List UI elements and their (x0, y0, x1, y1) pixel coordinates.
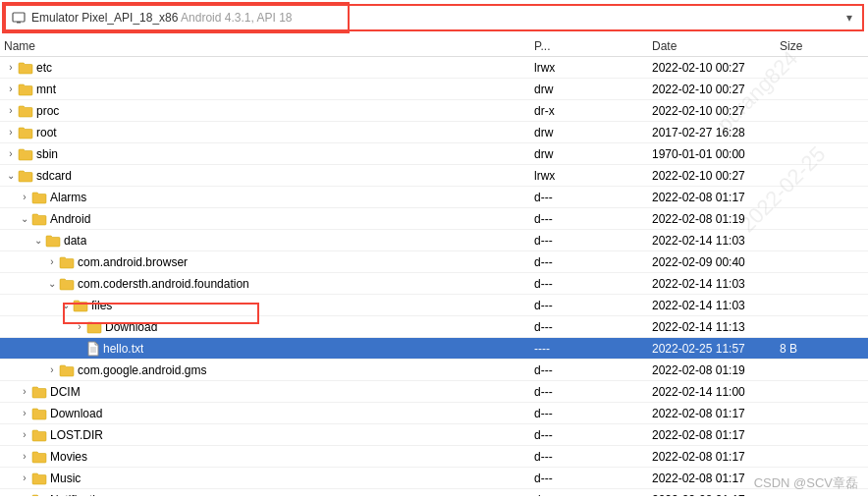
file-name: root (36, 126, 57, 139)
date-cell: 2022-02-14 11:00 (648, 385, 776, 399)
tree-row[interactable]: › Downloadd---2022-02-08 01:17 (0, 403, 868, 424)
expand-icon[interactable]: › (18, 472, 31, 483)
name-cell: › Alarms (0, 191, 530, 204)
expand-icon[interactable]: › (18, 494, 31, 496)
name-cell: ⌄ files (0, 299, 530, 312)
tree-row[interactable]: › etclrwx2022-02-10 00:27 (0, 57, 868, 79)
date-cell: 2022-02-14 11:03 (648, 234, 776, 248)
tree-row[interactable]: › procdr-x2022-02-10 00:27 (0, 100, 868, 122)
permissions-cell: d--- (530, 299, 648, 312)
permissions-cell: lrwx (530, 169, 648, 183)
name-cell: › mnt (0, 83, 530, 96)
expand-icon[interactable]: › (4, 62, 18, 73)
expand-icon[interactable]: ⌄ (4, 170, 18, 181)
folder-icon (73, 299, 88, 312)
date-cell: 2022-02-08 01:17 (648, 493, 776, 497)
folder-icon (18, 147, 33, 161)
file-name: Download (105, 320, 157, 334)
expand-icon[interactable]: ⌄ (18, 213, 31, 224)
tree-row[interactable]: › rootdrw2017-02-27 16:28 (0, 122, 868, 143)
permissions-cell: lrwx (530, 61, 648, 75)
date-cell: 2022-02-14 11:03 (648, 299, 776, 312)
name-cell: › etc (0, 61, 530, 75)
expand-icon[interactable]: › (4, 105, 18, 116)
file-name: etc (36, 61, 52, 75)
file-name: Download (50, 407, 102, 420)
tree-row[interactable]: ⌄ com.codersth.android.foundationd---202… (0, 273, 868, 295)
expand-icon[interactable]: › (18, 386, 31, 397)
date-cell: 2022-02-08 01:17 (648, 450, 776, 464)
tree-row[interactable]: › sbindrw1970-01-01 00:00 (0, 143, 868, 165)
permissions-cell: d--- (530, 493, 648, 497)
tree-row[interactable]: › mntdrw2022-02-10 00:27 (0, 79, 868, 100)
tree-row[interactable]: hello.txt----2022-02-25 11:578 B (0, 338, 868, 360)
file-icon (86, 341, 100, 357)
tree-row[interactable]: › Downloadd---2022-02-14 11:13 (0, 316, 868, 338)
svg-rect-0 (13, 13, 25, 22)
tree-row[interactable]: › Alarmsd---2022-02-08 01:17 (0, 187, 868, 208)
expand-icon[interactable]: › (4, 127, 18, 138)
col-size: Size (776, 39, 854, 53)
date-cell: 2022-02-08 01:17 (648, 428, 776, 442)
permissions-cell: d--- (530, 450, 648, 464)
tree-row[interactable]: › com.android.browserd---2022-02-09 00:4… (0, 251, 868, 273)
expand-icon[interactable]: ⌄ (45, 278, 59, 289)
date-cell: 2022-02-08 01:17 (648, 407, 776, 420)
tree-row[interactable]: › DCIMd---2022-02-14 11:00 (0, 381, 868, 403)
name-cell: › Download (0, 407, 530, 420)
tree-row[interactable]: › Moviesd---2022-02-08 01:17 (0, 446, 868, 468)
permissions-cell: d--- (530, 320, 648, 334)
date-cell: 2022-02-14 11:03 (648, 277, 776, 291)
file-name: Notifications (50, 493, 114, 497)
expand-icon[interactable]: › (18, 429, 31, 440)
col-date: Date (648, 39, 776, 53)
size-cell: 8 B (776, 342, 854, 356)
file-name: DCIM (50, 385, 81, 399)
name-cell: › sbin (0, 147, 530, 161)
tree-row[interactable]: ⌄ filesd---2022-02-14 11:03 (0, 295, 868, 316)
expand-icon[interactable]: › (18, 408, 31, 418)
expand-icon[interactable]: ⌄ (31, 235, 45, 246)
file-name: Music (50, 472, 81, 485)
file-name: LOST.DIR (50, 428, 103, 442)
name-cell: ⌄ data (0, 234, 530, 248)
permissions-cell: d--- (530, 234, 648, 248)
tree-row[interactable]: ⌄ datad---2022-02-14 11:03 (0, 230, 868, 251)
expand-icon[interactable]: › (73, 321, 86, 332)
folder-icon (59, 255, 75, 269)
dropdown-button[interactable]: ▾ (842, 11, 856, 25)
file-name: files (91, 299, 112, 312)
tree-row[interactable]: › com.google.android.gmsd---2022-02-08 0… (0, 360, 868, 381)
tree-row[interactable]: › Musicd---2022-02-08 01:17 (0, 468, 868, 489)
expand-icon[interactable]: › (4, 83, 18, 94)
name-cell: › proc (0, 104, 530, 118)
permissions-cell: drw (530, 83, 648, 96)
tree-row[interactable]: › Notificationsd---2022-02-08 01:17 (0, 489, 868, 496)
expand-icon[interactable]: › (45, 256, 59, 267)
permissions-cell: d--- (530, 363, 648, 377)
emulator-selector[interactable]: Emulator Pixel_API_18_x86 Android 4.3.1,… (4, 4, 864, 31)
tree-row[interactable]: › LOST.DIRd---2022-02-08 01:17 (0, 424, 868, 446)
name-cell: › Music (0, 472, 530, 485)
expand-icon[interactable]: › (18, 192, 31, 202)
date-cell: 2022-02-10 00:27 (648, 104, 776, 118)
file-name: com.google.android.gms (78, 363, 206, 377)
expand-icon[interactable]: › (4, 148, 18, 159)
tree-row[interactable]: ⌄ Androidd---2022-02-08 01:19 (0, 208, 868, 230)
permissions-cell: d--- (530, 472, 648, 485)
expand-icon[interactable]: › (45, 364, 59, 375)
name-cell: ⌄ Android (0, 212, 530, 226)
date-cell: 2022-02-08 01:17 (648, 191, 776, 204)
date-cell: 2022-02-08 01:19 (648, 212, 776, 226)
file-name: mnt (36, 83, 56, 96)
col-name: Name (0, 39, 530, 53)
date-cell: 2022-02-09 00:40 (648, 255, 776, 269)
expand-icon[interactable]: ⌄ (59, 300, 73, 310)
svg-rect-1 (17, 22, 21, 24)
folder-icon (31, 385, 47, 399)
tree-row[interactable]: ⌄ sdcardlrwx2022-02-10 00:27 (0, 165, 868, 187)
expand-icon[interactable]: › (18, 451, 31, 462)
file-name: hello.txt (103, 342, 143, 356)
file-name: data (64, 234, 86, 248)
name-cell: › com.google.android.gms (0, 363, 530, 377)
